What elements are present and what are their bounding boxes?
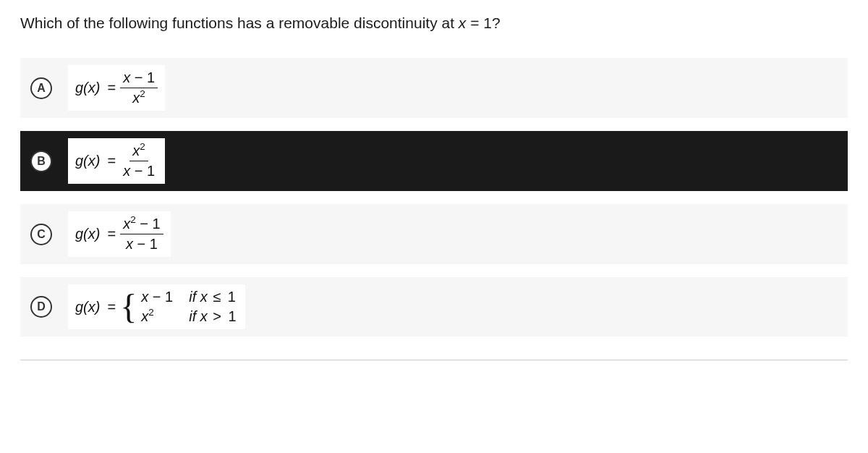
question-eq: = 1? (466, 14, 500, 31)
option-b-fraction: x2 x − 1 (120, 143, 158, 179)
divider (20, 360, 848, 360)
option-b-equation: g(x) = x2 x − 1 (68, 138, 165, 184)
option-c-equation: g(x) = x2 − 1 x − 1 (68, 211, 171, 257)
option-a-equation: g(x) = x − 1 x2 (68, 65, 165, 111)
brace-icon: { (120, 293, 137, 321)
option-d-letter: D (30, 296, 52, 318)
option-d-piecewise: { x − 1 if x ≤ 1 x2 if x > 1 (120, 289, 238, 325)
option-b-lhs: g(x) (75, 153, 100, 169)
option-d[interactable]: D g(x) = { x − 1 if x ≤ 1 x2 if x > 1 (20, 277, 848, 336)
options-list: A g(x) = x − 1 x2 B g(x) = x2 x − 1 C g(… (20, 58, 848, 336)
option-c[interactable]: C g(x) = x2 − 1 x − 1 (20, 204, 848, 264)
option-b[interactable]: B g(x) = x2 x − 1 (20, 131, 848, 191)
option-d-equation: g(x) = { x − 1 if x ≤ 1 x2 if x > 1 (68, 284, 245, 329)
question-var: x (459, 14, 467, 31)
question-prefix: Which of the following functions has a r… (20, 14, 459, 31)
option-a-lhs: g(x) (75, 80, 100, 96)
option-a-fraction: x − 1 x2 (120, 69, 158, 106)
option-d-lhs: g(x) (75, 299, 100, 316)
option-c-lhs: g(x) (75, 226, 100, 242)
option-b-letter: B (30, 151, 52, 172)
equals-sign: = (107, 226, 116, 242)
option-c-fraction: x2 − 1 x − 1 (120, 216, 163, 253)
option-a-letter: A (30, 77, 52, 99)
equals-sign: = (107, 153, 116, 169)
question-text: Which of the following functions has a r… (20, 14, 848, 32)
equals-sign: = (107, 299, 116, 316)
option-c-letter: C (30, 224, 52, 245)
equals-sign: = (107, 80, 116, 96)
option-a[interactable]: A g(x) = x − 1 x2 (20, 58, 848, 118)
